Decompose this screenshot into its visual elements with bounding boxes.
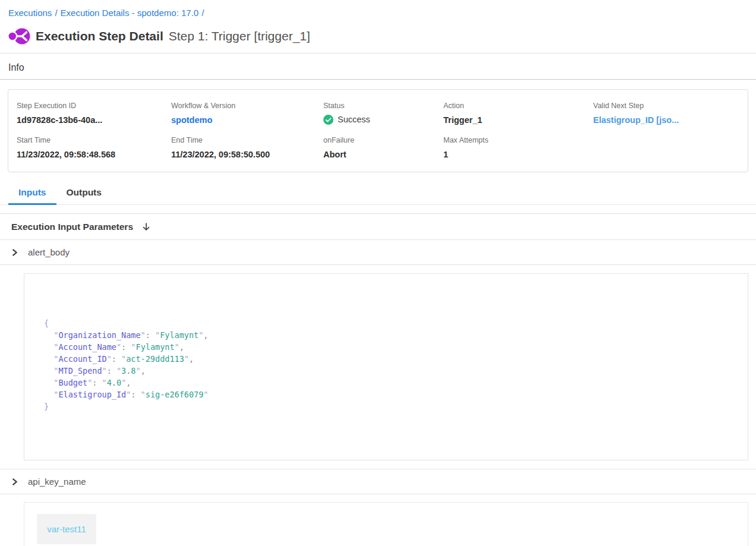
breadcrumb-separator: / [55,8,57,18]
field-value: Trigger_1 [443,115,593,125]
info-card: Step Execution ID 1d97828c-13b6-40a... W… [8,89,748,172]
breadcrumb-link-execution-details[interactable]: Execution Details - spotdemo: 17.0 [61,8,199,18]
execution-input-parameters-header: Execution Input Parameters [0,214,756,239]
field-label: Workflow & Version [171,102,323,110]
page-subtitle: Step 1: Trigger [trigger_1] [169,29,310,43]
field-value: 1 [443,149,593,160]
alert-body-code-block: { "Organization_Name": "Fylamynt", "Acco… [24,273,748,460]
field-status: Status Success [323,102,443,125]
tab-inputs[interactable]: Inputs [8,182,56,204]
status-text: Success [338,114,370,125]
execution-step-detail-page: Executions/Execution Details - spotdemo:… [0,0,756,546]
field-valid-next-step: Valid Next Step Elastigroup_ID [jso... [593,102,739,125]
breadcrumb-separator: / [201,8,204,18]
empty-cell [593,136,739,160]
field-label: onFailure [323,136,443,144]
field-label: Valid Next Step [593,102,739,110]
field-value: 11/23/2022, 09:58:50.500 [171,149,323,160]
tab-bar: Inputs Outputs [0,182,756,205]
breadcrumb-link-executions[interactable]: Executions [8,8,52,18]
field-onfailure: onFailure Abort [323,136,443,160]
breadcrumb: Executions/Execution Details - spotdemo:… [0,0,756,18]
arrow-down-icon[interactable] [142,222,150,232]
divider [0,494,756,494]
field-end-time: End Time 11/23/2022, 09:58:50.500 [171,136,323,160]
spacer [0,205,756,213]
execution-input-parameters-title: Execution Input Parameters [11,222,133,232]
page-title: Execution Step Detail [36,29,163,43]
page-header: Execution Step Detail Step 1: Trigger [t… [0,18,756,53]
section-header-api-key-name[interactable]: api_key_name [0,469,756,494]
divider [0,264,756,265]
section-label: alert_body [28,247,70,257]
tab-outputs[interactable]: Outputs [56,182,112,204]
valid-next-step-link[interactable]: Elastigroup_ID [jso... [593,115,739,125]
field-label: Max Attempts [443,136,593,144]
section-label: api_key_name [28,476,86,487]
api-key-name-value: var-test11 [37,514,96,544]
api-key-name-value-box: var-test11 [24,502,748,546]
section-header-alert-body[interactable]: alert_body [0,240,756,264]
fylamynt-logo-icon [8,26,30,46]
field-value: 11/23/2022, 09:58:48.568 [17,149,171,160]
chevron-right-icon[interactable] [11,248,18,257]
field-label: Start Time [17,136,171,144]
divider [0,79,756,80]
info-heading: Info [0,53,756,79]
field-value: 1d97828c-13b6-40a... [17,115,171,125]
field-label: End Time [171,136,323,144]
field-value: Abort [323,149,443,160]
field-action: Action Trigger_1 [443,102,593,125]
json-code: { "Organization_Name": "Fylamynt", "Acco… [44,317,736,412]
field-step-execution-id: Step Execution ID 1d97828c-13b6-40a... [17,102,171,125]
field-label: Step Execution ID [17,102,171,110]
field-label: Action [443,102,593,110]
field-start-time: Start Time 11/23/2022, 09:58:48.568 [17,136,171,160]
field-max-attempts: Max Attempts 1 [443,136,593,160]
success-check-icon [323,115,333,125]
field-label: Status [323,102,443,110]
workflow-link[interactable]: spotdemo [171,115,323,125]
chevron-right-icon[interactable] [11,478,18,486]
field-workflow-version: Workflow & Version spotdemo [171,102,323,125]
status-badge: Success [323,114,443,125]
